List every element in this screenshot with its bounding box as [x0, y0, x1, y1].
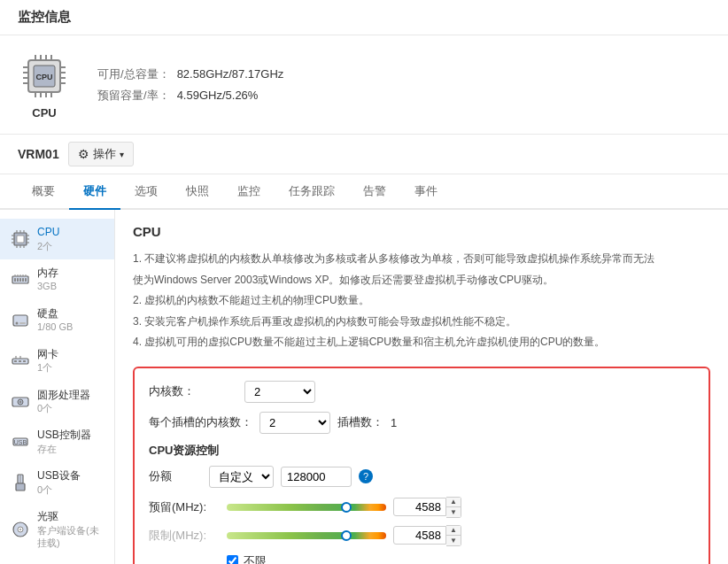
limit-input[interactable] [393, 526, 446, 545]
resource-section-label: CPU资源控制 [149, 443, 694, 459]
svg-rect-50 [23, 360, 26, 362]
sidebar-usb-dev-text: USB设备 0个 [37, 469, 81, 496]
svg-rect-48 [14, 360, 17, 362]
sidebar-item-usb-ctrl[interactable]: USB USB控制器 存在 [0, 421, 114, 462]
top-header: 监控信息 [0, 0, 728, 35]
limit-input-box: ▲ ▼ [393, 525, 461, 546]
reserved-label: 预留容量/率： [97, 88, 170, 104]
shares-row: 份额 自定义 低 正常 高 ? [149, 466, 694, 488]
reservation-slider-track [227, 504, 386, 511]
socket-count-value: 1 [391, 416, 397, 429]
svg-rect-36 [19, 278, 21, 282]
cpu-section-label: CPU [32, 106, 56, 120]
reservation-slider-thumb[interactable] [341, 502, 352, 513]
cpu-stats: 可用/总容量： 82.58GHz/87.17GHz 预留容量/率： 4.59GH… [97, 66, 283, 104]
svg-text:CPU: CPU [35, 73, 52, 81]
notice-4: 3. 安装完客户机操作系统后再重改虚拟机的内核数可能会导致虚拟机性能不稳定。 [133, 313, 710, 332]
sidebar-item-usb-dev[interactable]: USB设备 0个 [0, 462, 114, 503]
cores-per-socket-label: 每个插槽的内核数： [149, 414, 252, 430]
socket-count-label: 插槽数： [337, 414, 383, 430]
tab-task-log[interactable]: 任务跟踪 [275, 174, 349, 210]
main-content: CPU 2个 内存 3GB [0, 210, 728, 564]
cpu-icon: CPU [18, 50, 71, 103]
sidebar-item-disk[interactable]: 硬盘 1/80 GB [0, 300, 114, 341]
tab-overview[interactable]: 概要 [18, 174, 69, 210]
usb-dev-sidebar-icon [11, 473, 30, 492]
sidebar-nic-name: 网卡 [37, 348, 58, 362]
tab-monitor[interactable]: 监控 [223, 174, 275, 210]
tab-snapshot[interactable]: 快照 [172, 174, 223, 210]
sidebar-cdrom-name: 光驱 [37, 510, 104, 524]
sidebar-disk-text: 硬盘 1/80 GB [37, 307, 73, 334]
svg-rect-20 [17, 236, 24, 243]
cdrom-sidebar-icon [11, 520, 30, 539]
sidebar-cpu-text: CPU 2个 [37, 226, 59, 252]
sidebar-item-gpu[interactable]: 圆形处理器 0个 [0, 382, 114, 422]
tab-event[interactable]: 事件 [400, 174, 452, 210]
content-panel: CPU 1. 不建议将虚拟机的内核数从单核修改为多核或者从多核修改为单核，否则可… [115, 210, 728, 564]
memory-sidebar-icon [11, 270, 30, 290]
limit-slider-thumb[interactable] [341, 530, 352, 541]
sidebar-gpu-count: 0个 [37, 402, 90, 414]
notice-1: 1. 不建议将虚拟机的内核数从单核修改为多核或者从多核修改为单核，否则可能导致虚… [133, 250, 710, 269]
notice-list: 1. 不建议将虚拟机的内核数从单核修改为多核或者从多核修改为单核，否则可能导致虚… [133, 250, 710, 352]
reservation-row: 预留(MHz): ▲ ▼ [149, 497, 694, 518]
reservation-slider[interactable] [227, 500, 386, 514]
available-value: 82.58GHz/87.17GHz [177, 67, 284, 81]
limit-spin-down[interactable]: ▼ [446, 536, 461, 545]
sidebar-cpu-name: CPU [37, 226, 59, 240]
sidebar-gpu-text: 圆形处理器 0个 [37, 389, 90, 415]
notice-2: 使为Windows Server 2003或Windows XP。如修改后还需要… [133, 271, 710, 290]
sidebar-disk-name: 硬盘 [37, 307, 73, 321]
svg-rect-46 [19, 322, 26, 324]
svg-point-45 [16, 321, 19, 324]
limit-spin-up[interactable]: ▲ [446, 526, 461, 536]
page-title: 监控信息 [18, 9, 71, 26]
shares-select[interactable]: 自定义 低 正常 高 [209, 466, 274, 488]
chevron-down-icon: ▾ [120, 150, 124, 159]
reserved-value: 4.59GHz/5.26% [177, 89, 259, 102]
svg-text:USB: USB [14, 439, 27, 445]
ops-label: 操作 [93, 146, 116, 162]
sidebar-usb-ctrl-name: USB控制器 [37, 429, 91, 443]
sidebar-item-cdrom[interactable]: 光驱 客户端设备(未挂载) [0, 503, 114, 556]
cores-per-socket-row: 每个插槽的内核数： 2 4 插槽数： 1 [149, 412, 694, 434]
sidebar-nic-count: 1个 [37, 361, 58, 374]
reservation-label: 预留(MHz): [149, 499, 220, 515]
limit-slider[interactable] [227, 529, 386, 543]
cpu-sidebar-icon [11, 229, 30, 249]
reservation-spin-up[interactable]: ▲ [446, 498, 461, 507]
sidebar-item-cpu[interactable]: CPU 2个 [0, 219, 114, 259]
limit-row: 限制(MHz): ▲ ▼ [149, 525, 694, 546]
sidebar-nic-text: 网卡 1个 [37, 348, 58, 375]
svg-rect-37 [22, 278, 24, 282]
sidebar-cdrom-count: 客户端设备(未挂载) [37, 524, 104, 550]
tab-hardware[interactable]: 硬件 [69, 174, 120, 210]
available-label: 可用/总容量： [97, 66, 170, 82]
tab-alarm[interactable]: 告警 [349, 174, 400, 210]
unlimited-checkbox[interactable] [227, 555, 238, 564]
sidebar-item-nic[interactable]: 网卡 1个 [0, 341, 114, 382]
core-count-select[interactable]: 2 4 8 [244, 381, 315, 403]
core-count-label: 内核数： [149, 383, 237, 399]
ops-button[interactable]: ⚙ 操作 ▾ [68, 142, 134, 166]
notice-3: 2. 虚拟机的内核数不能超过主机的物理CPU数量。 [133, 291, 710, 311]
sidebar-item-memory[interactable]: 内存 3GB [0, 259, 114, 300]
sidebar-memory-name: 内存 [37, 267, 58, 281]
sidebar-usb-ctrl-text: USB控制器 存在 [37, 429, 91, 455]
cores-per-socket-select[interactable]: 2 4 [259, 412, 330, 434]
help-icon[interactable]: ? [359, 469, 373, 483]
reservation-input[interactable] [393, 498, 446, 516]
svg-rect-59 [16, 483, 25, 491]
tabs-bar: 概要 硬件 选项 快照 监控 任务跟踪 告警 事件 [0, 174, 728, 210]
gpu-sidebar-icon [11, 392, 30, 412]
config-box: 内核数： 2 4 8 每个插槽的内核数： 2 4 插槽数： 1 CPU资源控制 [133, 367, 710, 564]
reservation-spin-down[interactable]: ▼ [446, 507, 461, 517]
svg-rect-38 [25, 278, 27, 282]
gear-icon: ⚙ [78, 147, 89, 161]
tab-options[interactable]: 选项 [120, 174, 172, 210]
svg-point-63 [19, 529, 21, 530]
reservation-input-box: ▲ ▼ [393, 497, 461, 518]
shares-input[interactable] [281, 467, 352, 487]
notice-5: 4. 虚拟机可用的虚拟CPU数量不能超过主机上逻辑CPU数量和宿主机允许虚拟机使… [133, 333, 710, 352]
